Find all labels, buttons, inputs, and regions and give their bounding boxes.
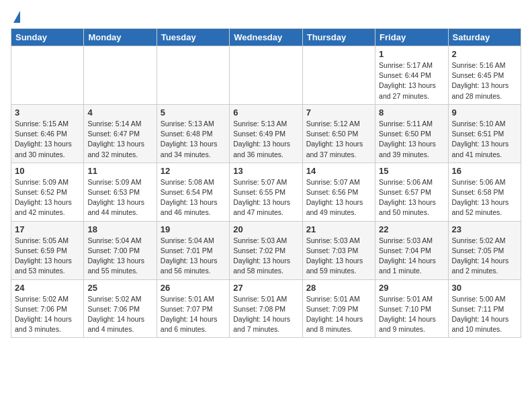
day-number: 8 bbox=[379, 107, 444, 118]
calendar-cell: 29Sunrise: 5:01 AM Sunset: 7:10 PM Dayli… bbox=[375, 279, 448, 338]
calendar-header-sunday: Sunday bbox=[11, 29, 84, 46]
day-info: Sunrise: 5:14 AM Sunset: 6:47 PM Dayligh… bbox=[87, 119, 152, 160]
calendar-cell: 21Sunrise: 5:03 AM Sunset: 7:03 PM Dayli… bbox=[302, 221, 375, 279]
calendar-cell: 8Sunrise: 5:11 AM Sunset: 6:50 PM Daylig… bbox=[375, 104, 448, 163]
day-number: 14 bbox=[306, 166, 371, 176]
day-number: 25 bbox=[87, 283, 152, 293]
day-info: Sunrise: 5:08 AM Sunset: 6:54 PM Dayligh… bbox=[161, 177, 226, 218]
day-number: 2 bbox=[452, 49, 517, 59]
calendar-cell: 24Sunrise: 5:02 AM Sunset: 7:06 PM Dayli… bbox=[11, 279, 84, 338]
calendar-cell: 11Sunrise: 5:09 AM Sunset: 6:53 PM Dayli… bbox=[84, 163, 157, 221]
day-info: Sunrise: 5:04 AM Sunset: 7:01 PM Dayligh… bbox=[161, 236, 226, 277]
calendar-cell: 17Sunrise: 5:05 AM Sunset: 6:59 PM Dayli… bbox=[11, 221, 84, 279]
day-info: Sunrise: 5:01 AM Sunset: 7:10 PM Dayligh… bbox=[379, 294, 444, 335]
day-info: Sunrise: 5:06 AM Sunset: 6:58 PM Dayligh… bbox=[452, 177, 517, 218]
day-number: 24 bbox=[15, 283, 80, 293]
day-info: Sunrise: 5:02 AM Sunset: 7:06 PM Dayligh… bbox=[15, 294, 80, 335]
calendar-cell: 15Sunrise: 5:06 AM Sunset: 6:57 PM Dayli… bbox=[375, 163, 448, 221]
day-number: 21 bbox=[306, 224, 371, 234]
calendar-table: SundayMondayTuesdayWednesdayThursdayFrid… bbox=[11, 28, 521, 338]
calendar-cell: 18Sunrise: 5:04 AM Sunset: 7:00 PM Dayli… bbox=[84, 221, 157, 279]
day-number: 17 bbox=[15, 224, 80, 234]
day-number: 9 bbox=[452, 107, 517, 118]
day-info: Sunrise: 5:04 AM Sunset: 7:00 PM Dayligh… bbox=[87, 236, 152, 277]
day-number: 30 bbox=[452, 283, 517, 293]
calendar-cell: 23Sunrise: 5:02 AM Sunset: 7:05 PM Dayli… bbox=[448, 221, 521, 279]
calendar-cell: 10Sunrise: 5:09 AM Sunset: 6:52 PM Dayli… bbox=[11, 163, 84, 221]
day-info: Sunrise: 5:09 AM Sunset: 6:53 PM Dayligh… bbox=[87, 177, 152, 218]
calendar-header-saturday: Saturday bbox=[448, 29, 521, 46]
day-number: 4 bbox=[87, 107, 152, 118]
calendar-header-friday: Friday bbox=[375, 29, 448, 46]
calendar-cell: 27Sunrise: 5:01 AM Sunset: 7:08 PM Dayli… bbox=[230, 279, 302, 338]
day-number: 15 bbox=[379, 166, 444, 176]
calendar-cell bbox=[84, 46, 157, 105]
calendar-cell: 1Sunrise: 5:17 AM Sunset: 6:44 PM Daylig… bbox=[375, 46, 448, 105]
day-info: Sunrise: 5:09 AM Sunset: 6:52 PM Dayligh… bbox=[15, 177, 80, 218]
day-info: Sunrise: 5:15 AM Sunset: 6:46 PM Dayligh… bbox=[15, 119, 80, 160]
calendar-cell: 19Sunrise: 5:04 AM Sunset: 7:01 PM Dayli… bbox=[157, 221, 229, 279]
day-number: 10 bbox=[15, 166, 80, 176]
calendar-cell: 30Sunrise: 5:00 AM Sunset: 7:11 PM Dayli… bbox=[448, 279, 521, 338]
day-info: Sunrise: 5:11 AM Sunset: 6:50 PM Dayligh… bbox=[379, 119, 444, 160]
calendar-cell: 7Sunrise: 5:12 AM Sunset: 6:50 PM Daylig… bbox=[302, 104, 375, 163]
day-number: 19 bbox=[161, 224, 226, 234]
day-number: 23 bbox=[452, 224, 517, 234]
day-number: 12 bbox=[161, 166, 226, 176]
calendar-cell: 5Sunrise: 5:13 AM Sunset: 6:48 PM Daylig… bbox=[157, 104, 229, 163]
day-info: Sunrise: 5:13 AM Sunset: 6:48 PM Dayligh… bbox=[161, 119, 226, 160]
day-info: Sunrise: 5:16 AM Sunset: 6:45 PM Dayligh… bbox=[452, 60, 517, 101]
day-info: Sunrise: 5:01 AM Sunset: 7:09 PM Dayligh… bbox=[306, 294, 371, 335]
calendar-cell: 2Sunrise: 5:16 AM Sunset: 6:45 PM Daylig… bbox=[448, 46, 521, 105]
calendar-header-monday: Monday bbox=[84, 29, 157, 46]
day-number: 13 bbox=[233, 166, 298, 176]
calendar-cell: 9Sunrise: 5:10 AM Sunset: 6:51 PM Daylig… bbox=[448, 104, 521, 163]
calendar-cell bbox=[11, 46, 84, 105]
day-info: Sunrise: 5:01 AM Sunset: 7:07 PM Dayligh… bbox=[161, 294, 226, 335]
calendar-cell bbox=[230, 46, 302, 105]
calendar-cell: 3Sunrise: 5:15 AM Sunset: 6:46 PM Daylig… bbox=[11, 104, 84, 163]
day-number: 27 bbox=[233, 283, 298, 293]
calendar-cell: 16Sunrise: 5:06 AM Sunset: 6:58 PM Dayli… bbox=[448, 163, 521, 221]
calendar-cell: 22Sunrise: 5:03 AM Sunset: 7:04 PM Dayli… bbox=[375, 221, 448, 279]
day-number: 22 bbox=[379, 224, 444, 234]
day-info: Sunrise: 5:03 AM Sunset: 7:02 PM Dayligh… bbox=[233, 236, 298, 277]
calendar-cell bbox=[157, 46, 229, 105]
day-number: 1 bbox=[379, 49, 444, 59]
calendar-cell: 4Sunrise: 5:14 AM Sunset: 6:47 PM Daylig… bbox=[84, 104, 157, 163]
day-number: 26 bbox=[161, 283, 226, 293]
day-info: Sunrise: 5:06 AM Sunset: 6:57 PM Dayligh… bbox=[379, 177, 444, 218]
calendar-cell: 26Sunrise: 5:01 AM Sunset: 7:07 PM Dayli… bbox=[157, 279, 229, 338]
day-info: Sunrise: 5:07 AM Sunset: 6:56 PM Dayligh… bbox=[306, 177, 371, 218]
day-number: 20 bbox=[233, 224, 298, 234]
calendar-cell: 20Sunrise: 5:03 AM Sunset: 7:02 PM Dayli… bbox=[230, 221, 302, 279]
day-info: Sunrise: 5:01 AM Sunset: 7:08 PM Dayligh… bbox=[233, 294, 298, 335]
day-number: 11 bbox=[87, 166, 152, 176]
day-info: Sunrise: 5:03 AM Sunset: 7:04 PM Dayligh… bbox=[379, 236, 444, 277]
day-number: 28 bbox=[306, 283, 371, 293]
day-info: Sunrise: 5:02 AM Sunset: 7:05 PM Dayligh… bbox=[452, 236, 517, 277]
day-info: Sunrise: 5:03 AM Sunset: 7:03 PM Dayligh… bbox=[306, 236, 371, 277]
calendar-header-tuesday: Tuesday bbox=[157, 29, 229, 46]
day-number: 3 bbox=[15, 107, 80, 118]
day-info: Sunrise: 5:17 AM Sunset: 6:44 PM Dayligh… bbox=[379, 60, 444, 101]
logo-triangle-icon bbox=[13, 11, 20, 23]
logo bbox=[11, 11, 20, 23]
day-number: 6 bbox=[233, 107, 298, 118]
day-info: Sunrise: 5:05 AM Sunset: 6:59 PM Dayligh… bbox=[15, 236, 80, 277]
day-info: Sunrise: 5:00 AM Sunset: 7:11 PM Dayligh… bbox=[452, 294, 517, 335]
calendar-header-wednesday: Wednesday bbox=[230, 29, 302, 46]
day-number: 29 bbox=[379, 283, 444, 293]
calendar-cell bbox=[302, 46, 375, 105]
day-info: Sunrise: 5:10 AM Sunset: 6:51 PM Dayligh… bbox=[452, 119, 517, 160]
day-number: 5 bbox=[161, 107, 226, 118]
day-number: 7 bbox=[306, 107, 371, 118]
calendar-cell: 28Sunrise: 5:01 AM Sunset: 7:09 PM Dayli… bbox=[302, 279, 375, 338]
day-info: Sunrise: 5:12 AM Sunset: 6:50 PM Dayligh… bbox=[306, 119, 371, 160]
day-info: Sunrise: 5:02 AM Sunset: 7:06 PM Dayligh… bbox=[87, 294, 152, 335]
calendar-cell: 14Sunrise: 5:07 AM Sunset: 6:56 PM Dayli… bbox=[302, 163, 375, 221]
day-number: 16 bbox=[452, 166, 517, 176]
calendar-cell: 13Sunrise: 5:07 AM Sunset: 6:55 PM Dayli… bbox=[230, 163, 302, 221]
calendar-header-thursday: Thursday bbox=[302, 29, 375, 46]
calendar-cell: 12Sunrise: 5:08 AM Sunset: 6:54 PM Dayli… bbox=[157, 163, 229, 221]
